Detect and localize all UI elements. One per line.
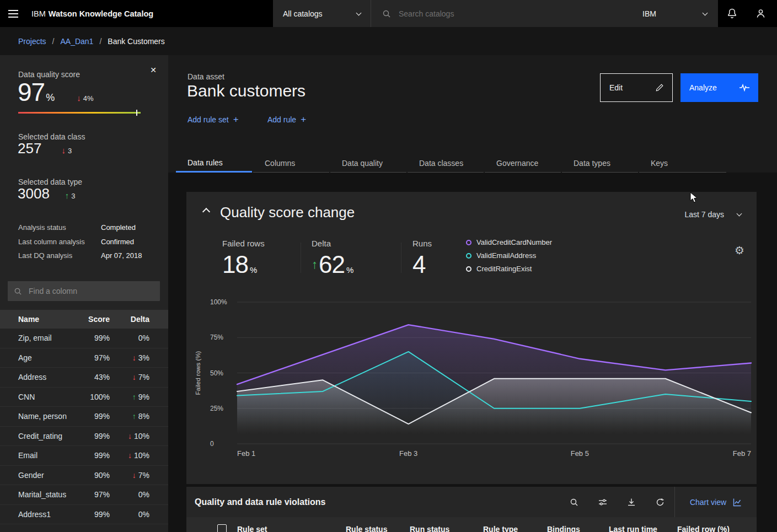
- column-header[interactable]: Failed row (%): [677, 525, 730, 532]
- column-table-body: Zip, email99%0%Age97%↓3%Address43%↓7%CNN…: [0, 329, 168, 524]
- select-all-checkbox[interactable]: [217, 524, 227, 532]
- table-row[interactable]: Address43%↓7%: [0, 368, 168, 388]
- column-score: 99%: [77, 432, 110, 440]
- breadcrumb-item[interactable]: Projects: [18, 37, 46, 46]
- chart-view-toggle[interactable]: Chart view: [674, 487, 757, 517]
- filter-icon[interactable]: [588, 487, 617, 517]
- analysis-list: Analysis statusCompletedLast column anal…: [0, 221, 168, 263]
- tab-governance[interactable]: Governance: [485, 154, 561, 173]
- tab-data-types[interactable]: Data types: [562, 154, 638, 173]
- data-type-value: 3008 ↑ 3: [18, 186, 76, 201]
- tab-keys[interactable]: Keys: [639, 154, 726, 173]
- column-header[interactable]: Bindings: [547, 525, 580, 532]
- column-header[interactable]: Rule set: [237, 525, 267, 532]
- menu-icon[interactable]: [0, 0, 26, 27]
- table-row[interactable]: Name, person99%↑8%: [0, 407, 168, 427]
- column-name: Address1: [18, 510, 77, 519]
- download-icon[interactable]: [617, 487, 646, 517]
- column-header[interactable]: Rule status: [346, 525, 387, 532]
- column-name: Address: [18, 373, 77, 381]
- tab-bar: Data rulesColumnsData qualityData classe…: [176, 154, 726, 173]
- column-header-delta[interactable]: Delta: [110, 315, 149, 324]
- plus-icon: +: [301, 115, 306, 124]
- column-header[interactable]: Rule type: [483, 525, 518, 532]
- score-value: 97: [18, 79, 45, 105]
- column-delta: ↓7%: [110, 471, 149, 480]
- profile-button[interactable]: [746, 0, 775, 27]
- column-name: Credit_rating: [18, 432, 77, 440]
- svg-text:75%: 75%: [210, 334, 223, 341]
- tab-data-quality[interactable]: Data quality: [330, 154, 406, 173]
- column-score: 99%: [77, 412, 110, 421]
- column-header-name[interactable]: Name: [18, 315, 77, 324]
- tab-data-rules[interactable]: Data rules: [176, 154, 252, 173]
- column-delta: ↓10%: [110, 451, 149, 460]
- score-unit: %: [46, 92, 55, 104]
- edit-button[interactable]: Edit: [600, 73, 673, 102]
- analysis-row: Last column analysisConfirmed: [0, 235, 168, 249]
- find-column-input[interactable]: [28, 286, 160, 296]
- column-delta-value: 9%: [138, 393, 149, 401]
- tab-data-classes[interactable]: Data classes: [408, 154, 484, 173]
- add-rule-link[interactable]: Add rule +: [267, 115, 306, 124]
- table-row[interactable]: Credit_rating99%↓10%: [0, 427, 168, 447]
- close-icon[interactable]: ✕: [146, 62, 161, 78]
- column-score: 90%: [77, 471, 110, 480]
- notifications-button[interactable]: [717, 0, 746, 27]
- column-name: Email: [18, 451, 77, 460]
- breadcrumb-item[interactable]: AA_Dan1: [60, 37, 93, 46]
- analyze-button[interactable]: Analyze: [680, 73, 758, 102]
- svg-text:Feb 7: Feb 7: [733, 449, 751, 458]
- quality-chart: 100%75%50%25%0Failed rows (%)Feb 1Feb 3F…: [186, 192, 757, 484]
- column-delta: 0%: [110, 510, 149, 519]
- table-row[interactable]: Age97%↓3%: [0, 348, 168, 368]
- column-header-score[interactable]: Score: [77, 315, 110, 324]
- table-row[interactable]: CNN100%↑9%: [0, 388, 168, 407]
- table-row[interactable]: Zip, email99%0%: [0, 329, 168, 348]
- arrow-down-icon: ↓: [61, 146, 66, 154]
- svg-text:Feb 5: Feb 5: [571, 449, 589, 458]
- column-delta-value: 8%: [138, 412, 149, 421]
- table-row[interactable]: Email99%↓10%: [0, 446, 168, 466]
- search-input[interactable]: [398, 9, 631, 19]
- table-row[interactable]: Address199%0%: [0, 505, 168, 525]
- column-header[interactable]: Run status: [410, 525, 449, 532]
- search-icon: [382, 9, 391, 18]
- chevron-down-icon: [356, 10, 362, 15]
- column-header[interactable]: Last run time: [609, 525, 657, 532]
- column-delta: ↑9%: [110, 393, 149, 401]
- column-delta-value: 0%: [138, 490, 149, 499]
- catalog-dropdown-label: All catalogs: [283, 9, 323, 18]
- account-dropdown[interactable]: IBM: [631, 0, 718, 27]
- data-type-delta-value: 3: [71, 192, 75, 200]
- table-row[interactable]: Gender90%↓7%: [0, 466, 168, 486]
- arrow-up-icon: ↑: [132, 393, 136, 401]
- catalog-search[interactable]: [371, 0, 631, 27]
- column-score: 43%: [77, 373, 110, 381]
- refresh-icon[interactable]: [646, 487, 674, 517]
- column-name: Age: [18, 353, 77, 362]
- score-marker: [136, 110, 137, 116]
- column-table-header: Name Score Delta: [0, 310, 168, 329]
- tab-columns[interactable]: Columns: [253, 154, 329, 173]
- column-delta: ↑8%: [110, 412, 149, 421]
- column-delta: 0%: [110, 490, 149, 499]
- asset-header: Data asset Bank customers Add rule set +…: [168, 55, 777, 173]
- add-rule-set-link[interactable]: Add rule set +: [187, 115, 239, 124]
- add-rule-set-label: Add rule set: [187, 115, 229, 124]
- analysis-row: Last DQ analysisApr 07, 2018: [0, 249, 168, 263]
- svg-text:Failed rows (%): Failed rows (%): [195, 351, 201, 395]
- column-delta-value: 3%: [138, 353, 149, 362]
- breadcrumb-separator: /: [52, 37, 55, 46]
- catalog-dropdown[interactable]: All catalogs: [273, 0, 371, 27]
- search-icon[interactable]: [560, 487, 588, 517]
- arrow-up-icon: ↑: [65, 191, 69, 200]
- column-name: Zip, email: [18, 334, 77, 342]
- edit-button-label: Edit: [609, 83, 623, 92]
- data-class-count: 257: [18, 141, 41, 155]
- table-row[interactable]: Marital_status97%0%: [0, 485, 168, 505]
- page-title: Bank customers: [187, 82, 306, 100]
- column-search[interactable]: [8, 281, 160, 301]
- svg-text:50%: 50%: [210, 369, 223, 377]
- app-title: IBM Watson Knowledge Catalog: [31, 0, 153, 27]
